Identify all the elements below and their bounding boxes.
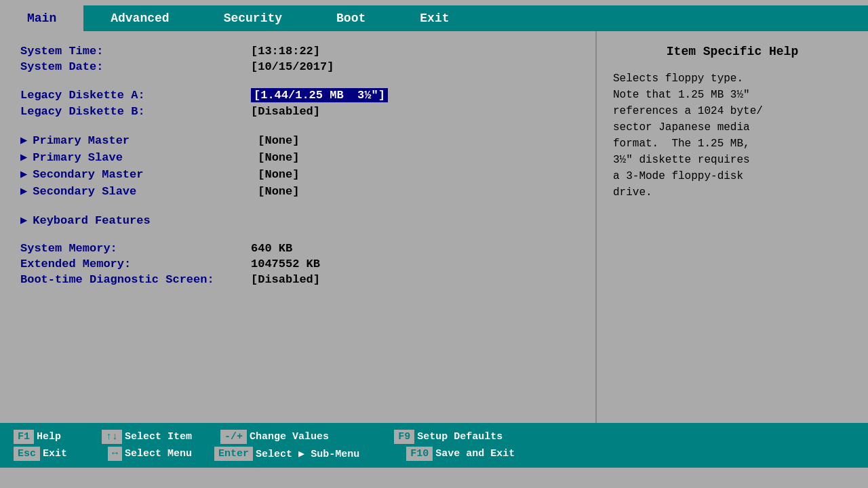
f1-desc: Help (37, 431, 85, 443)
title-bar (0, 0, 868, 5)
primary-slave-label: Primary Slave (33, 151, 258, 164)
secondary-master-label: Secondary Master (33, 168, 258, 181)
left-panel: System Time: [13:18:22] System Date: [10… (0, 31, 597, 423)
diskette-b-label: Legacy Diskette B: (20, 105, 251, 118)
system-date-value[interactable]: [10/15/2017] (251, 60, 334, 73)
bottom-line-2: Esc Exit ↔ Select Menu Enter Select ▶ Su… (14, 447, 531, 461)
help-text: Selects floppy type.Note that 1.25 MB 3½… (613, 70, 852, 201)
system-memory-label: System Memory: (20, 242, 251, 255)
boot-diagnostic-row: Boot-time Diagnostic Screen: [Disabled] (20, 273, 575, 286)
system-date-row: System Date: [10/15/2017] (20, 60, 575, 73)
secondary-master-row[interactable]: ▶ Secondary Master [None] (20, 167, 575, 181)
bottom-bar: F1 Help ↑↓ Select Item -/+ Change Values… (0, 423, 868, 468)
secondary-slave-label: Secondary Slave (33, 185, 258, 198)
content-wrapper: System Time: [13:18:22] System Date: [10… (0, 31, 868, 423)
f10-key[interactable]: F10 (406, 447, 433, 461)
secondary-master-arrow: ▶ (20, 167, 27, 181)
menu-item-boot[interactable]: Boot (309, 5, 393, 31)
diskette-a-value[interactable]: [1.44/1.25 MB 3½"] (251, 88, 388, 102)
right-panel: Item Specific Help Selects floppy type.N… (597, 31, 868, 423)
boot-diagnostic-value[interactable]: [Disabled] (251, 273, 320, 286)
enter-key[interactable]: Enter (214, 447, 253, 461)
plusminus-desc: Change Values (250, 431, 378, 443)
menu-item-exit[interactable]: Exit (393, 5, 476, 31)
esc-key[interactable]: Esc (14, 447, 40, 461)
f1-key[interactable]: F1 (14, 430, 34, 444)
enter-desc: Select ▶ Sub-Menu (256, 447, 390, 460)
system-memory-value: 640 KB (251, 242, 292, 255)
menu-item-main[interactable]: Main (0, 5, 83, 31)
lr-key: ↔ (108, 447, 122, 461)
system-time-row: System Time: [13:18:22] (20, 45, 575, 58)
primary-master-value: [None] (258, 134, 299, 147)
primary-slave-value: [None] (258, 151, 299, 164)
system-memory-row: System Memory: 640 KB (20, 242, 575, 255)
diskette-b-row: Legacy Diskette B: [Disabled] (20, 105, 575, 118)
primary-master-row[interactable]: ▶ Primary Master [None] (20, 133, 575, 147)
diskette-a-label: Legacy Diskette A: (20, 89, 251, 102)
secondary-master-value: [None] (258, 168, 299, 181)
system-time-label: System Time: (20, 45, 251, 58)
f9-key[interactable]: F9 (394, 430, 414, 444)
plusminus-key: -/+ (220, 430, 247, 444)
diskette-a-row: Legacy Diskette A: [1.44/1.25 MB 3½"] (20, 88, 575, 102)
esc-desc: Exit (43, 448, 92, 460)
extended-memory-row: Extended Memory: 1047552 KB (20, 258, 575, 270)
bottom-line-1: F1 Help ↑↓ Select Item -/+ Change Values… (14, 430, 531, 444)
primary-master-arrow: ▶ (20, 133, 27, 147)
extended-memory-label: Extended Memory: (20, 258, 251, 270)
keyboard-features-label: Keyboard Features (33, 214, 258, 227)
primary-slave-arrow: ▶ (20, 150, 27, 164)
updown-desc: Select Item (125, 431, 204, 443)
secondary-slave-row[interactable]: ▶ Secondary Slave [None] (20, 184, 575, 198)
lr-desc: Select Menu (125, 448, 198, 460)
menu-item-security[interactable]: Security (197, 5, 309, 31)
secondary-slave-value: [None] (258, 185, 299, 198)
boot-diagnostic-label: Boot-time Diagnostic Screen: (20, 273, 251, 286)
f9-desc: Setup Defaults (417, 431, 502, 443)
keyboard-features-row[interactable]: ▶ Keyboard Features (20, 213, 575, 227)
secondary-slave-arrow: ▶ (20, 184, 27, 198)
updown-key: ↑↓ (102, 430, 122, 444)
bottom-keys: F1 Help ↑↓ Select Item -/+ Change Values… (14, 430, 531, 461)
menu-bar: MainAdvancedSecurityBootExit (0, 5, 868, 31)
system-date-label: System Date: (20, 60, 251, 73)
diskette-b-value[interactable]: [Disabled] (251, 105, 320, 118)
primary-master-label: Primary Master (33, 134, 258, 147)
menu-item-advanced[interactable]: Advanced (83, 5, 196, 31)
primary-slave-row[interactable]: ▶ Primary Slave [None] (20, 150, 575, 164)
keyboard-features-arrow: ▶ (20, 213, 27, 227)
help-title: Item Specific Help (613, 45, 852, 58)
system-time-value[interactable]: [13:18:22] (251, 45, 320, 58)
f10-desc: Save and Exit (435, 448, 515, 460)
extended-memory-value: 1047552 KB (251, 258, 320, 270)
